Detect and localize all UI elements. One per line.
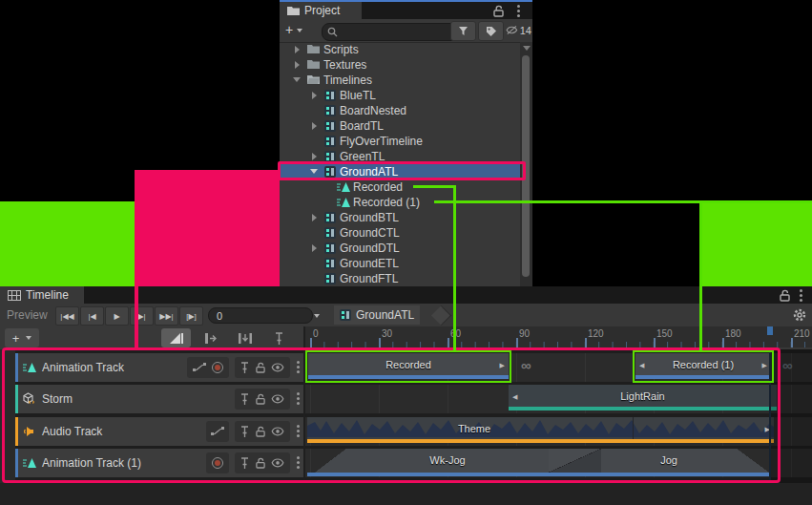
search-by-type-button[interactable] xyxy=(450,21,476,41)
tab-timeline[interactable]: Timeline xyxy=(0,286,84,304)
timeline-asset-icon xyxy=(324,136,336,147)
panel-menu-icon[interactable] xyxy=(800,289,802,292)
foldout-arrow[interactable] xyxy=(312,214,317,221)
foldout-arrow[interactable] xyxy=(295,61,300,69)
screenshot-stage: Project + 14 Scripts xyxy=(0,0,812,505)
tree-item-groundctl[interactable]: GroundCTL xyxy=(280,225,520,241)
annotation-pink-connector xyxy=(135,286,138,347)
timeline-asset-icon xyxy=(324,242,336,254)
tree-item-textures[interactable]: Textures xyxy=(280,57,520,73)
replace-mode-icon xyxy=(239,333,252,344)
foldout-arrow[interactable] xyxy=(312,244,317,252)
animation-clip-icon xyxy=(337,198,350,207)
eye-slash-icon xyxy=(506,25,518,35)
timeline-asset-icon xyxy=(324,258,336,269)
annotation-green-block-right xyxy=(699,201,812,286)
foldout-arrow[interactable] xyxy=(295,46,300,53)
chevron-down-icon xyxy=(26,336,31,340)
timeline-transport-bar: Preview |◀◀ |◀ ▶ ▶| ▶▶| [▶] 0 GroundATL xyxy=(0,304,812,327)
tree-item-groundetl[interactable]: GroundETL xyxy=(280,256,520,271)
tree-item-boardnested[interactable]: BoardNested xyxy=(280,103,520,118)
timeline-asset-icon xyxy=(340,309,351,321)
timeline-asset-icon xyxy=(324,90,336,101)
foldout-arrow[interactable] xyxy=(312,122,317,130)
timeline-tab-label: Timeline xyxy=(26,288,69,302)
annotation-magenta-block xyxy=(135,170,280,286)
timeline-bottom-strip xyxy=(0,483,812,505)
folder-open-icon xyxy=(307,74,320,84)
annotation-green-connector-1-h xyxy=(413,185,456,188)
tab-project[interactable]: Project xyxy=(280,2,362,19)
create-asset-button[interactable]: + xyxy=(285,22,302,37)
tag-icon xyxy=(486,26,497,37)
ripple-mode-button[interactable] xyxy=(196,328,225,347)
folder-icon xyxy=(307,44,320,53)
next-frame-button[interactable]: ▶| xyxy=(130,306,154,326)
annotation-box-tracks xyxy=(2,347,781,483)
timeline-asset-icon xyxy=(324,120,336,132)
tree-item-flyovertimeline[interactable]: FlyOverTimeline xyxy=(280,134,520,149)
timeline-ruler[interactable]: 0 30 60 90 120 150 180 210 xyxy=(305,326,812,347)
annotation-green-connector-2-v xyxy=(699,200,702,350)
annotation-green-connector-2-h xyxy=(434,200,812,203)
search-by-label-button[interactable] xyxy=(478,21,504,41)
goto-start-button[interactable]: |◀◀ xyxy=(55,306,79,326)
goto-end-button[interactable]: ▶▶| xyxy=(155,306,178,326)
timeline-asset-icon xyxy=(324,105,336,116)
timeline-asset-icon xyxy=(324,227,336,239)
ripple-mode-icon xyxy=(204,333,218,344)
folder-icon xyxy=(287,6,300,15)
project-panel: Project + 14 Scripts xyxy=(280,0,532,286)
timeline-end-marker[interactable] xyxy=(767,326,773,335)
tree-item-timelines[interactable]: Timelines xyxy=(280,73,520,88)
search-input[interactable] xyxy=(322,23,468,41)
project-toolbar: + 14 xyxy=(280,19,532,43)
annotation-box-groundatl xyxy=(278,161,526,180)
timeline-asset-icon xyxy=(324,273,336,284)
replace-mode-button[interactable] xyxy=(230,328,260,347)
frame-field-dropdown-icon[interactable] xyxy=(314,314,320,318)
project-tab-label: Project xyxy=(304,4,340,17)
search-icon xyxy=(327,27,338,37)
timeline-asset-icon xyxy=(324,212,336,223)
previous-frame-button[interactable]: |◀ xyxy=(80,306,104,326)
breadcrumb[interactable]: GroundATL xyxy=(334,305,420,325)
lock-icon[interactable] xyxy=(780,289,790,302)
preview-toggle[interactable]: Preview xyxy=(7,308,48,322)
chevron-down-icon xyxy=(297,29,302,32)
folder-icon xyxy=(307,59,320,69)
timeline-window-icon xyxy=(8,290,21,301)
tree-item-groundbtl[interactable]: GroundBTL xyxy=(280,210,520,225)
foldout-arrow[interactable] xyxy=(312,153,317,160)
mix-mode-button[interactable] xyxy=(161,328,191,347)
project-tabbar: Project xyxy=(280,2,532,19)
gear-icon[interactable] xyxy=(793,308,806,322)
tree-item-grounddtl[interactable]: GroundDTL xyxy=(280,241,520,256)
lock-icon[interactable] xyxy=(493,5,504,17)
marker-toggle-button[interactable] xyxy=(267,328,290,347)
play-button[interactable]: ▶ xyxy=(105,306,129,326)
hidden-count: 14 xyxy=(520,25,531,36)
filter-type-icon xyxy=(458,26,468,36)
frame-field[interactable]: 0 xyxy=(208,307,313,324)
tree-item-bluetl[interactable]: BlueTL xyxy=(280,88,520,103)
breadcrumb-arrow xyxy=(431,305,451,326)
hidden-count-button[interactable]: 14 xyxy=(506,21,531,39)
tree-item-boardtl[interactable]: BoardTL xyxy=(280,118,520,134)
tree-item-recorded[interactable]: Recorded xyxy=(280,179,520,195)
panel-menu-icon[interactable] xyxy=(517,5,520,8)
breadcrumb-label: GroundATL xyxy=(356,308,414,322)
foldout-arrow[interactable] xyxy=(293,77,301,82)
annotation-green-connector-1-v xyxy=(453,185,456,350)
play-range-button[interactable]: [▶] xyxy=(179,306,203,326)
timeline-tabbar: Timeline xyxy=(0,286,812,304)
add-track-button[interactable]: + xyxy=(5,328,39,347)
tree-item-groundftl[interactable]: GroundFTL xyxy=(280,271,520,286)
pin-icon xyxy=(275,332,283,345)
tree-item-scripts[interactable]: Scripts xyxy=(280,42,520,57)
annotation-green-block-left xyxy=(0,201,135,286)
foldout-arrow[interactable] xyxy=(312,92,317,99)
animation-clip-icon xyxy=(337,182,350,192)
mix-mode-icon xyxy=(170,333,183,344)
